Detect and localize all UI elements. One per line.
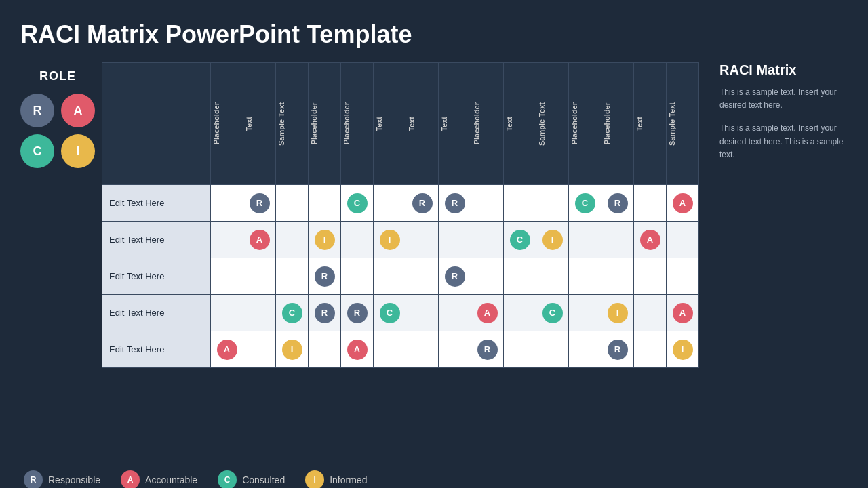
cell-circle-r: R	[315, 266, 335, 287]
right-sidebar: RACI Matrix This is a sample text. Inser…	[713, 62, 855, 462]
col-header-13: Placeholder	[601, 63, 634, 185]
table-row: Edit Text HereAIICIA	[102, 222, 699, 258]
matrix-cell: C	[374, 295, 406, 331]
legend-a-label: Accountable	[145, 474, 197, 485]
matrix-cell: R	[406, 185, 439, 222]
col-header-15: Sample Text	[667, 63, 699, 185]
matrix-cell: A	[341, 331, 374, 368]
col-header-4: Placeholder	[309, 63, 341, 185]
cell-circle-a: A	[640, 230, 660, 250]
matrix-cell	[211, 222, 243, 258]
legend-c-label: Consulted	[242, 474, 285, 485]
sidebar-title: RACI Matrix	[719, 62, 855, 78]
cell-circle-r: R	[412, 193, 433, 214]
matrix-cell	[569, 295, 601, 331]
cell-circle-r: R	[445, 193, 465, 214]
matrix-cell: I	[309, 222, 341, 258]
matrix-cell: I	[276, 331, 309, 368]
matrix-cell: R	[439, 258, 471, 295]
matrix-cell: C	[504, 222, 536, 258]
matrix-cell	[471, 258, 504, 295]
matrix-cell: R	[309, 258, 341, 295]
col-header-14: Text	[634, 63, 667, 185]
matrix-cell: C	[536, 295, 569, 331]
matrix-cell	[374, 258, 406, 295]
matrix-cell: C	[569, 185, 601, 222]
left-section: ROLE R A C I Placeholder Text	[20, 62, 699, 462]
matrix-cell	[276, 222, 309, 258]
col-header-8: Text	[439, 63, 471, 185]
cell-circle-a: A	[673, 193, 693, 214]
matrix-cell	[406, 331, 439, 368]
matrix-cell	[601, 222, 634, 258]
matrix-cell	[536, 185, 569, 222]
matrix-cell	[309, 331, 341, 368]
row-label: Edit Text Here	[102, 222, 211, 258]
matrix-header-row: Placeholder Text Sample Text Placeholder…	[102, 63, 699, 185]
matrix-cell	[439, 331, 471, 368]
matrix-cell	[374, 331, 406, 368]
legend-i-label: Informed	[330, 474, 367, 485]
matrix-body: Edit Text HereRCRRCRAEdit Text HereAIICI…	[102, 185, 699, 368]
sidebar-text-1: This is a sample text. Insert your desir…	[719, 86, 855, 112]
matrix-table: Placeholder Text Sample Text Placeholder…	[102, 62, 699, 368]
matrix-cell	[536, 331, 569, 368]
cell-circle-a: A	[673, 303, 693, 323]
page-title: RACI Matrix PowerPoint Template	[20, 20, 848, 49]
cell-circle-r: R	[477, 340, 498, 360]
legend-responsible: R Responsible	[24, 470, 100, 488]
cell-circle-i: I	[315, 230, 335, 250]
matrix-cell	[471, 185, 504, 222]
matrix-cell	[634, 185, 667, 222]
matrix-cell	[634, 295, 667, 331]
matrix-cell	[504, 331, 536, 368]
role-r-circle: R	[20, 94, 54, 127]
matrix-cell	[569, 258, 601, 295]
cell-circle-r: R	[250, 193, 270, 214]
row-label: Edit Text Here	[102, 331, 211, 368]
matrix-cell	[406, 295, 439, 331]
cell-circle-r: R	[445, 266, 465, 287]
legend-informed: I Informed	[305, 470, 367, 488]
matrix-cell: A	[667, 185, 699, 222]
matrix-cell	[211, 185, 243, 222]
matrix-cell: C	[341, 185, 374, 222]
legend-c-circle: C	[218, 470, 237, 488]
role-title: ROLE	[39, 69, 76, 83]
matrix-cell: A	[471, 295, 504, 331]
cell-circle-i: I	[542, 230, 563, 250]
legend-consulted: C Consulted	[218, 470, 285, 488]
page: RACI Matrix PowerPoint Template ROLE R A…	[0, 0, 868, 488]
col-header-3: Sample Text	[276, 63, 309, 185]
matrix-cell	[276, 258, 309, 295]
matrix-cell: A	[667, 295, 699, 331]
matrix-cell	[504, 185, 536, 222]
cell-circle-i: I	[380, 230, 400, 250]
col-header-2: Text	[243, 63, 276, 185]
matrix-cell: R	[439, 185, 471, 222]
role-a-circle: A	[61, 94, 95, 127]
matrix-cell: R	[601, 185, 634, 222]
matrix-cell	[439, 222, 471, 258]
matrix-cell	[504, 258, 536, 295]
matrix-cell	[374, 185, 406, 222]
matrix-label-header	[102, 63, 211, 185]
matrix-cell: R	[601, 331, 634, 368]
content-area: ROLE R A C I Placeholder Text	[20, 62, 848, 462]
cell-circle-r: R	[608, 340, 628, 360]
col-header-5: Placeholder	[341, 63, 374, 185]
col-header-11: Sample Text	[536, 63, 569, 185]
matrix-cell	[406, 258, 439, 295]
cell-circle-a: A	[250, 230, 270, 250]
matrix-cell: I	[374, 222, 406, 258]
matrix-cell	[243, 331, 276, 368]
cell-circle-i: I	[608, 303, 628, 323]
table-row: Edit Text HereAIARRI	[102, 331, 699, 368]
table-row: Edit Text HereRR	[102, 258, 699, 295]
matrix-cell	[667, 222, 699, 258]
matrix-cell: I	[536, 222, 569, 258]
cell-circle-r: R	[608, 193, 628, 214]
matrix-cell: R	[243, 185, 276, 222]
matrix-cell: I	[601, 295, 634, 331]
row-label: Edit Text Here	[102, 258, 211, 295]
